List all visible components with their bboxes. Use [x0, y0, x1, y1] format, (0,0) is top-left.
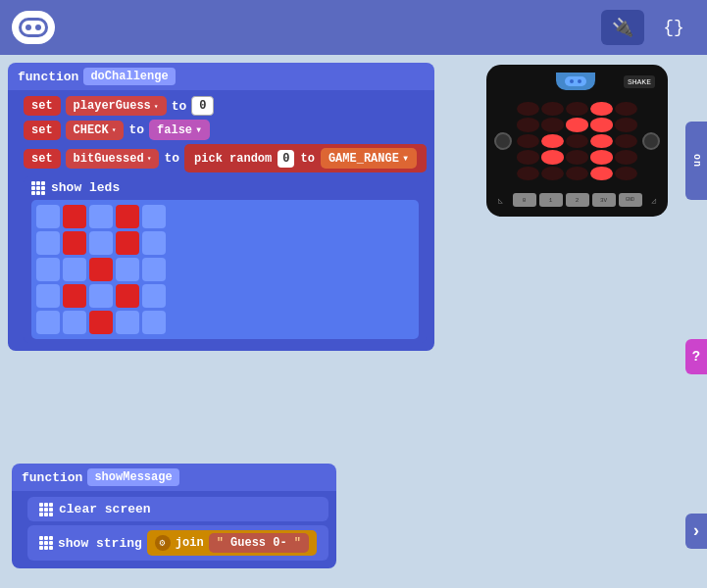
grid-dot: [49, 513, 53, 516]
microbit-pin-2: 2: [566, 193, 589, 207]
plugin-button[interactable]: 🔌: [601, 10, 644, 45]
microbit-notch-dot-r: [578, 79, 581, 83]
led-1-3[interactable]: [116, 231, 139, 255]
stmt-set-playerguess: set playerGuess ▾ to 0: [24, 96, 427, 116]
led-3-4[interactable]: [142, 284, 166, 308]
microbit-btn-b[interactable]: [642, 132, 660, 150]
grid-dot: [49, 503, 53, 507]
grid-dot: [39, 546, 43, 550]
false-dropdown-arrow: ▾: [195, 122, 202, 137]
var-playerguess[interactable]: playerGuess ▾: [66, 96, 167, 116]
led-4-4[interactable]: [142, 311, 166, 334]
led-grid[interactable]: [31, 200, 419, 339]
led-1-4[interactable]: [142, 231, 166, 255]
grid-dot: [41, 181, 45, 185]
set-kw-3: set: [24, 149, 61, 169]
led-2-1[interactable]: [63, 258, 86, 281]
val-zero-1[interactable]: 0: [191, 96, 214, 116]
on-panel-btn[interactable]: on: [685, 122, 707, 200]
fn-keyword: function: [18, 70, 78, 84]
led-2-2[interactable]: [89, 258, 113, 281]
mled-0-4: [615, 102, 637, 116]
mled-1-1: [541, 118, 564, 131]
mled-3-3: [590, 150, 613, 164]
game-range-dropdown-arrow: ▾: [402, 151, 409, 166]
to-kw-3: to: [164, 151, 179, 166]
game-range-var[interactable]: GAME_RANGE ▾: [321, 148, 417, 169]
last-panel-label: ›: [691, 521, 702, 541]
mled-3-2: [566, 150, 588, 164]
led-3-0[interactable]: [36, 284, 60, 308]
q-panel-btn[interactable]: ?: [685, 339, 707, 374]
pick-random-label: pick random: [194, 152, 272, 166]
grid-dot: [49, 546, 53, 550]
guess-str-val[interactable]: " Guess 0- ": [209, 533, 309, 553]
block-canvas[interactable]: function doChallenge set playerGuess ▾ t…: [0, 55, 707, 588]
grid-dot: [39, 536, 43, 540]
code-button[interactable]: {}: [652, 10, 695, 45]
show-leds-block: show leds: [24, 176, 427, 343]
led-0-0[interactable]: [36, 205, 60, 228]
led-2-4[interactable]: [142, 258, 166, 281]
var-check[interactable]: CHECK ▾: [66, 121, 125, 140]
plugin-icon: 🔌: [612, 17, 633, 38]
logo-dot-right: [35, 24, 41, 30]
open-quote: ": [217, 536, 224, 550]
q-panel-label: ?: [692, 349, 700, 365]
mled-3-1: [541, 150, 564, 164]
show-leds-label: show leds: [51, 180, 120, 195]
microbit-body: [494, 93, 660, 189]
pick-from-val[interactable]: 0: [278, 150, 294, 168]
grid-dot: [44, 503, 48, 507]
grid-dot: [36, 191, 40, 195]
led-4-3[interactable]: [116, 311, 139, 334]
led-0-4[interactable]: [142, 205, 166, 228]
led-3-3[interactable]: [116, 284, 139, 308]
val-false[interactable]: false ▾: [149, 120, 210, 140]
microbit-pin-1: 1: [539, 193, 563, 207]
grid-dot: [49, 536, 53, 540]
grid-dot: [31, 186, 35, 190]
microbit-device: SHAKE: [486, 65, 668, 217]
led-0-2[interactable]: [89, 205, 113, 228]
led-1-1[interactable]: [63, 231, 86, 255]
grid-dot: [31, 181, 35, 185]
do-challenge-group: function doChallenge set playerGuess ▾ t…: [8, 63, 434, 351]
grid-dot: [39, 541, 43, 545]
grid-dot: [44, 546, 48, 550]
microbit-pin-0: 0: [513, 193, 536, 207]
microbit-btn-a[interactable]: [494, 132, 512, 150]
led-1-0[interactable]: [36, 231, 60, 255]
fn2-keyword: function: [22, 470, 82, 485]
led-1-2[interactable]: [89, 231, 113, 255]
mled-2-1: [541, 134, 564, 148]
grid-dot: [31, 191, 35, 195]
logo[interactable]: [12, 11, 55, 44]
check-dropdown-arrow: ▾: [112, 125, 117, 134]
led-4-0[interactable]: [36, 311, 60, 334]
led-2-3[interactable]: [116, 258, 139, 281]
grid-dot: [44, 536, 48, 540]
led-4-2[interactable]: [89, 311, 113, 334]
microbit-pin-3v: 3V: [592, 193, 616, 207]
mled-4-2: [566, 167, 588, 180]
logo-dot-left: [25, 24, 31, 30]
guess-str-text: Guess 0-: [230, 536, 287, 550]
gear-icon[interactable]: ⚙: [155, 535, 171, 551]
pick-random-block: pick random 0 to GAME_RANGE ▾: [184, 144, 427, 172]
led-0-3[interactable]: [116, 205, 139, 228]
last-panel-btn[interactable]: ›: [685, 514, 707, 549]
led-0-1[interactable]: [63, 205, 86, 228]
code-icon: {}: [663, 18, 684, 37]
led-4-1[interactable]: [63, 311, 86, 334]
led-3-2[interactable]: [89, 284, 113, 308]
led-2-0[interactable]: [36, 258, 60, 281]
grid-dot: [41, 186, 45, 190]
fn2-body: clear screen show string: [12, 491, 336, 568]
stmt-set-bitguessed: set bitGuessed ▾ to pick random 0 to GAM…: [24, 144, 427, 172]
grid-dot: [39, 508, 43, 512]
led-3-1[interactable]: [63, 284, 86, 308]
var-bitguessed[interactable]: bitGuessed ▾: [66, 149, 160, 169]
grid-dot: [44, 508, 48, 512]
mled-1-0: [517, 118, 539, 131]
